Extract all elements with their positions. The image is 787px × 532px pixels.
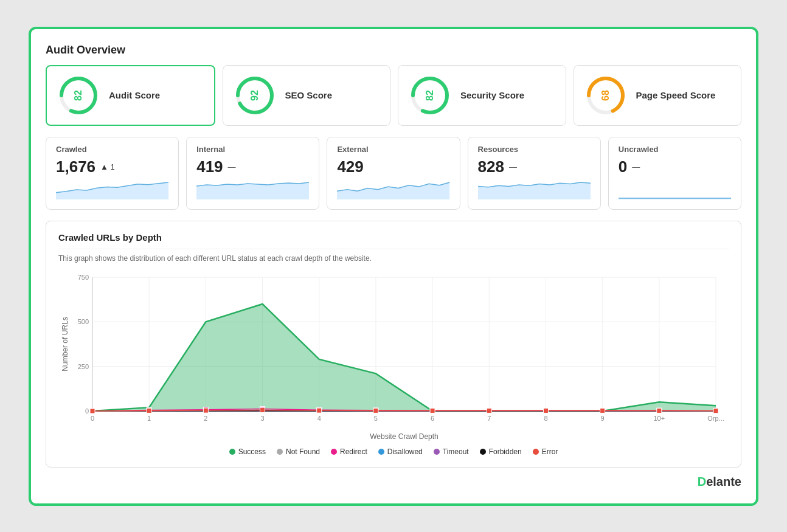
stat-card-uncrawled: Uncrawled 0 — bbox=[608, 137, 741, 210]
svg-text:8: 8 bbox=[544, 415, 547, 422]
legend-item-timeout: Timeout bbox=[434, 447, 469, 456]
legend-item-redirect: Redirect bbox=[331, 447, 367, 456]
branding: Delante bbox=[46, 475, 741, 489]
legend-dot bbox=[277, 449, 283, 455]
svg-text:250: 250 bbox=[78, 362, 89, 370]
svg-text:92: 92 bbox=[249, 90, 260, 101]
sparkline bbox=[478, 181, 591, 202]
legend-label: Success bbox=[238, 447, 266, 456]
chart-area: 0250500750012345678910+Orp...Number of U… bbox=[58, 271, 729, 441]
brand-name: Delante bbox=[698, 475, 741, 489]
svg-text:5: 5 bbox=[374, 415, 378, 422]
stat-change: — bbox=[228, 162, 236, 171]
svg-text:Number of URLs: Number of URLs bbox=[61, 317, 69, 371]
stat-value: 0 bbox=[619, 157, 627, 176]
stat-value: 1,676 bbox=[56, 157, 95, 176]
score-card-security-score[interactable]: 82 Security Score bbox=[398, 65, 566, 126]
chart-title: Crawled URLs by Depth bbox=[58, 232, 729, 249]
legend-label: Not Found bbox=[286, 447, 320, 456]
stat-label: External bbox=[337, 145, 449, 154]
stat-change: — bbox=[632, 162, 640, 171]
page-title: Audit Overview bbox=[46, 44, 741, 57]
sparkline bbox=[196, 181, 309, 202]
sparkline bbox=[56, 181, 168, 202]
dashboard-container: Audit Overview 82 Audit Score 92 SEO Sco bbox=[29, 27, 758, 506]
legend-item-not-found: Not Found bbox=[277, 447, 320, 456]
svg-text:10+: 10+ bbox=[653, 415, 665, 422]
stat-value-row: 828 — bbox=[478, 157, 591, 176]
score-card-page-speed-score[interactable]: 68 Page Speed Score bbox=[574, 65, 742, 126]
stat-value-row: 429 bbox=[337, 157, 449, 176]
legend-dot bbox=[378, 449, 384, 455]
svg-rect-60 bbox=[90, 409, 95, 413]
chart-subtitle: This graph shows the distribution of eac… bbox=[58, 254, 729, 263]
svg-text:500: 500 bbox=[78, 318, 89, 325]
stat-card-external: External 429 bbox=[327, 137, 460, 210]
svg-text:3: 3 bbox=[260, 415, 264, 422]
svg-text:Orp...: Orp... bbox=[707, 415, 724, 422]
score-label-audit-score: Audit Score bbox=[109, 89, 160, 102]
legend-item-error: Error bbox=[533, 447, 558, 456]
circle-security-score: 82 bbox=[409, 75, 451, 116]
legend-label: Forbidden bbox=[489, 447, 522, 456]
svg-rect-71 bbox=[713, 408, 718, 413]
chart-section: Crawled URLs by Depth This graph shows t… bbox=[46, 221, 741, 468]
stat-value: 828 bbox=[478, 157, 504, 176]
stat-value-row: 0 — bbox=[619, 157, 731, 176]
stat-value: 429 bbox=[337, 157, 363, 176]
svg-text:4: 4 bbox=[317, 415, 321, 422]
legend-item-success: Success bbox=[229, 447, 266, 456]
stat-cards-row: Crawled 1,676 ▲ 1 Internal 419 — Externa… bbox=[46, 137, 741, 210]
svg-rect-63 bbox=[260, 407, 265, 412]
chart-legend: Success Not Found Redirect Disallowed Ti… bbox=[58, 447, 729, 456]
svg-text:0: 0 bbox=[91, 415, 94, 422]
stat-label: Resources bbox=[478, 145, 591, 154]
svg-text:0: 0 bbox=[85, 407, 89, 415]
score-label-security-score: Security Score bbox=[460, 89, 524, 102]
svg-rect-64 bbox=[317, 408, 322, 413]
stat-label: Internal bbox=[196, 145, 309, 154]
stat-value-row: 1,676 ▲ 1 bbox=[56, 157, 168, 176]
stat-value: 419 bbox=[196, 157, 223, 176]
score-card-audit-score[interactable]: 82 Audit Score bbox=[46, 65, 215, 126]
circle-seo-score: 92 bbox=[234, 75, 276, 116]
svg-rect-62 bbox=[203, 408, 208, 413]
legend-dot bbox=[331, 449, 337, 455]
score-card-seo-score[interactable]: 92 SEO Score bbox=[223, 65, 391, 126]
brand-suffix: elante bbox=[706, 475, 741, 488]
stat-label: Crawled bbox=[56, 145, 168, 154]
stat-label: Uncrawled bbox=[619, 145, 731, 154]
stat-value-row: 419 — bbox=[196, 157, 309, 176]
svg-rect-70 bbox=[657, 408, 662, 413]
stat-card-internal: Internal 419 — bbox=[186, 137, 319, 210]
svg-text:1: 1 bbox=[147, 415, 151, 422]
svg-text:2: 2 bbox=[204, 415, 207, 422]
stat-card-resources: Resources 828 — bbox=[468, 137, 601, 210]
svg-rect-61 bbox=[147, 408, 151, 413]
svg-text:82: 82 bbox=[73, 90, 83, 101]
legend-dot bbox=[480, 449, 486, 455]
sparkline bbox=[337, 181, 449, 202]
legend-dot bbox=[434, 449, 440, 455]
score-cards-row: 82 Audit Score 92 SEO Score 82 bbox=[46, 65, 741, 126]
svg-text:6: 6 bbox=[431, 415, 434, 422]
svg-rect-69 bbox=[600, 408, 605, 413]
svg-text:68: 68 bbox=[600, 90, 611, 101]
svg-rect-68 bbox=[543, 408, 548, 413]
stat-change: — bbox=[509, 162, 517, 171]
stat-card-crawled: Crawled 1,676 ▲ 1 bbox=[46, 137, 179, 210]
svg-text:750: 750 bbox=[78, 274, 89, 281]
score-label-page-speed-score: Page Speed Score bbox=[636, 89, 716, 102]
legend-label: Disallowed bbox=[387, 447, 423, 456]
legend-dot bbox=[533, 449, 539, 455]
legend-label: Error bbox=[542, 447, 558, 456]
circle-page-speed-score: 68 bbox=[585, 75, 626, 116]
legend-item-forbidden: Forbidden bbox=[480, 447, 522, 456]
score-label-seo-score: SEO Score bbox=[285, 89, 333, 102]
svg-rect-67 bbox=[487, 408, 491, 413]
sparkline bbox=[619, 181, 731, 202]
brand-prefix: D bbox=[698, 475, 706, 488]
svg-text:7: 7 bbox=[487, 415, 491, 422]
svg-text:Website Crawl Depth: Website Crawl Depth bbox=[370, 432, 439, 441]
legend-item-disallowed: Disallowed bbox=[378, 447, 423, 456]
